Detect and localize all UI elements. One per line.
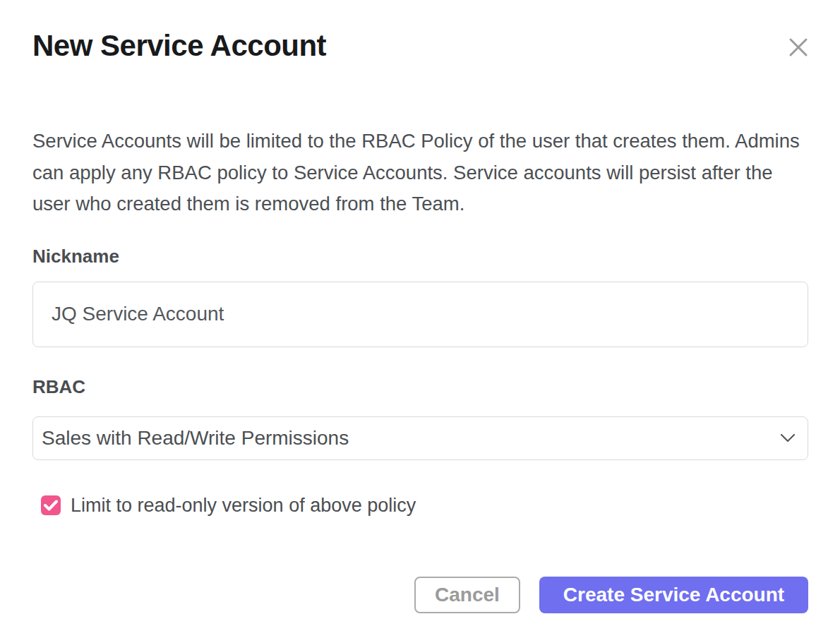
- close-icon: [788, 37, 809, 58]
- modal-footer: Cancel Create Service Account: [32, 577, 808, 613]
- rbac-selected-value: Sales with Read/Write Permissions: [42, 427, 349, 450]
- rbac-select[interactable]: Sales with Read/Write Permissions: [32, 416, 808, 460]
- chevron-down-icon: [780, 433, 796, 443]
- create-service-account-button[interactable]: Create Service Account: [539, 577, 808, 613]
- close-button[interactable]: [786, 35, 810, 59]
- checkmark-icon: [44, 500, 58, 511]
- nickname-input[interactable]: [32, 282, 808, 347]
- limit-read-only-checkbox[interactable]: [41, 495, 61, 515]
- modal-description: Service Accounts will be limited to the …: [32, 126, 812, 220]
- limit-read-only-label: Limit to read-only version of above poli…: [71, 495, 416, 516]
- limit-read-only-option[interactable]: Limit to read-only version of above poli…: [41, 495, 808, 516]
- page-title: New Service Account: [32, 0, 808, 64]
- new-service-account-modal: New Service Account Service Accounts wil…: [0, 0, 840, 638]
- rbac-label: RBAC: [32, 376, 808, 397]
- nickname-label: Nickname: [32, 246, 808, 267]
- cancel-button[interactable]: Cancel: [414, 577, 520, 613]
